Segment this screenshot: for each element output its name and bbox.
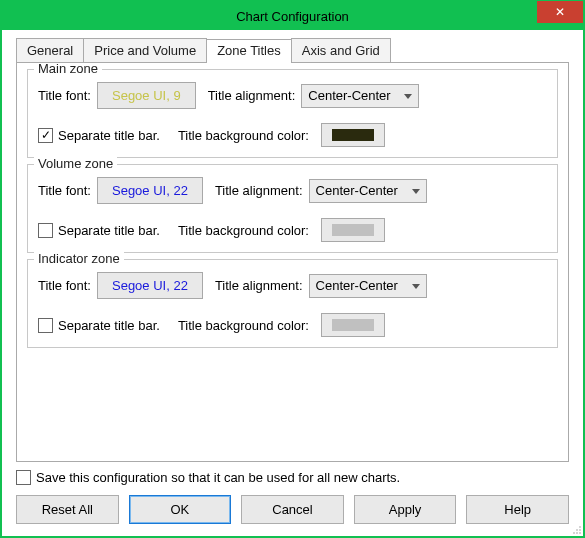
label-title-alignment: Title alignment: [215, 278, 303, 293]
select-value: Center-Center [308, 88, 390, 103]
group-legend: Volume zone [34, 156, 117, 171]
indicator-alignment-select[interactable]: Center-Center [309, 274, 427, 298]
window-title: Chart Configuration [236, 9, 349, 24]
save-config-checkbox[interactable]: ✓ [16, 470, 31, 485]
close-button[interactable]: ✕ [537, 1, 583, 23]
main-bg-color-button[interactable] [321, 123, 385, 147]
tab-panel-zone-titles: Main zone Title font: Segoe UI, 9 Title … [16, 62, 569, 462]
group-volume-zone: Volume zone Title font: Segoe UI, 22 Tit… [27, 164, 558, 253]
select-value: Center-Center [316, 278, 398, 293]
label-title-font: Title font: [38, 183, 91, 198]
titlebar: Chart Configuration ✕ [2, 2, 583, 30]
color-swatch [332, 224, 374, 236]
row-font-align: Title font: Segoe UI, 22 Title alignment… [38, 272, 547, 299]
cancel-button[interactable]: Cancel [241, 495, 344, 524]
close-icon: ✕ [555, 5, 565, 19]
row-font-align: Title font: Segoe UI, 9 Title alignment:… [38, 82, 547, 109]
label-title-font: Title font: [38, 88, 91, 103]
label-title-alignment: Title alignment: [208, 88, 296, 103]
window-frame: Chart Configuration ✕ General Price and … [0, 0, 585, 538]
indicator-separate-checkbox[interactable]: ✓ [38, 318, 53, 333]
label-separate-title-bar: Separate title bar. [58, 223, 160, 238]
main-alignment-select[interactable]: Center-Center [301, 84, 419, 108]
indicator-bg-color-button[interactable] [321, 313, 385, 337]
label-separate-title-bar: Separate title bar. [58, 318, 160, 333]
save-config-row: ✓ Save this configuration so that it can… [16, 470, 569, 485]
apply-button[interactable]: Apply [354, 495, 457, 524]
help-button[interactable]: Help [466, 495, 569, 524]
row-separate-bg: ✓ Separate title bar. Title background c… [38, 218, 547, 242]
label-title-alignment: Title alignment: [215, 183, 303, 198]
ok-button[interactable]: OK [129, 495, 232, 524]
row-separate-bg: ✓ Separate title bar. Title background c… [38, 313, 547, 337]
group-legend: Main zone [34, 62, 102, 76]
tab-strip: General Price and Volume Zone Titles Axi… [16, 38, 569, 62]
volume-bg-color-button[interactable] [321, 218, 385, 242]
reset-all-button[interactable]: Reset All [16, 495, 119, 524]
chevron-down-icon [404, 94, 412, 99]
main-separate-checkbox[interactable]: ✓ [38, 128, 53, 143]
select-value: Center-Center [316, 183, 398, 198]
color-swatch [332, 129, 374, 141]
tab-axis-and-grid[interactable]: Axis and Grid [291, 38, 391, 62]
volume-alignment-select[interactable]: Center-Center [309, 179, 427, 203]
volume-separate-checkbox[interactable]: ✓ [38, 223, 53, 238]
tab-general[interactable]: General [16, 38, 84, 62]
group-main-zone: Main zone Title font: Segoe UI, 9 Title … [27, 69, 558, 158]
label-title-font: Title font: [38, 278, 91, 293]
color-swatch [332, 319, 374, 331]
label-separate-title-bar: Separate title bar. [58, 128, 160, 143]
group-indicator-zone: Indicator zone Title font: Segoe UI, 22 … [27, 259, 558, 348]
row-separate-bg: ✓ Separate title bar. Title background c… [38, 123, 547, 147]
indicator-font-button[interactable]: Segoe UI, 22 [97, 272, 203, 299]
chevron-down-icon [412, 284, 420, 289]
label-title-bg-color: Title background color: [178, 318, 309, 333]
resize-grip-icon[interactable] [570, 525, 582, 535]
tab-price-and-volume[interactable]: Price and Volume [83, 38, 207, 62]
chevron-down-icon [412, 189, 420, 194]
label-title-bg-color: Title background color: [178, 128, 309, 143]
group-legend: Indicator zone [34, 251, 124, 266]
row-font-align: Title font: Segoe UI, 22 Title alignment… [38, 177, 547, 204]
save-config-label: Save this configuration so that it can b… [36, 470, 400, 485]
label-title-bg-color: Title background color: [178, 223, 309, 238]
main-font-button[interactable]: Segoe UI, 9 [97, 82, 196, 109]
button-row: Reset All OK Cancel Apply Help [16, 495, 569, 524]
volume-font-button[interactable]: Segoe UI, 22 [97, 177, 203, 204]
client-area: General Price and Volume Zone Titles Axi… [2, 30, 583, 536]
tab-zone-titles[interactable]: Zone Titles [206, 39, 292, 63]
